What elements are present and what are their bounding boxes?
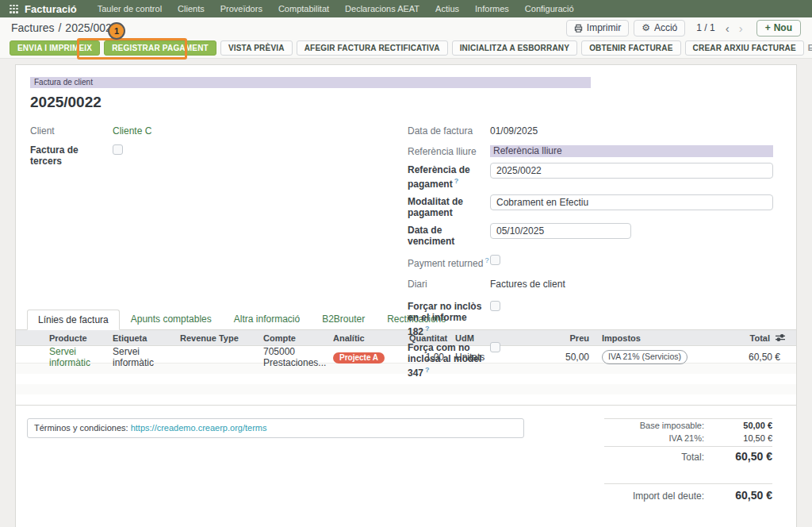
journal-value[interactable]: Factures de client — [490, 277, 565, 290]
nav-item-clients[interactable]: Clients — [170, 0, 213, 17]
pager-counter: 1 / 1 — [696, 22, 714, 33]
register-payment-button[interactable]: REGISTRAR PAGAMENT — [104, 40, 216, 56]
breadcrumb-separator: / — [58, 21, 61, 34]
total-label: Total: — [681, 452, 704, 463]
payment-mode-label: Modalitat de pagament — [408, 194, 490, 218]
create-facturae-button[interactable]: CREAR ARXIU FACTURAE — [685, 40, 804, 56]
status-bar: ESBORRANY PUBLICAT — [808, 40, 812, 56]
client-value[interactable]: Cliente C — [113, 124, 151, 137]
control-panel: Factures / 2025/0022 Imprimir ⚙ Acció 1 … — [0, 17, 812, 38]
gear-icon: ⚙ — [642, 23, 650, 33]
tab-other-info[interactable]: Altra informació — [223, 309, 311, 329]
cell-compte: 705000 Prestaciones... — [263, 346, 333, 368]
terms-input[interactable]: Términos y condiciones: https://creademo… — [27, 418, 524, 438]
nav-item-informes[interactable]: Informes — [467, 0, 517, 17]
col-analitic[interactable]: Analític — [333, 333, 409, 343]
plus-icon: + — [765, 22, 771, 33]
invoice-date-value[interactable]: 01/09/2025 — [490, 124, 538, 137]
nav-item-actius[interactable]: Actius — [427, 0, 467, 17]
breadcrumb: Factures / 2025/0022 — [11, 21, 118, 34]
total-value: 60,50 € — [715, 450, 772, 463]
base-amount-label: Base imposable: — [640, 421, 704, 430]
amount-due-label: Import del deute: — [633, 490, 704, 502]
sheet-footer: Términos y condiciones: https://creademo… — [16, 406, 796, 503]
payment-mode-input[interactable] — [490, 194, 773, 210]
base-amount-value: 50,00 € — [715, 421, 772, 430]
top-navbar: Facturació Tauler de control Clients Pro… — [0, 0, 812, 17]
col-revenue-type[interactable]: Revenue Type — [180, 333, 263, 343]
col-compte[interactable]: Compte — [263, 333, 333, 343]
col-etiqueta[interactable]: Etiqueta — [113, 333, 180, 343]
content-area: Factura de client 2025/0022 Client Clien… — [0, 59, 812, 527]
credit-note-button[interactable]: AFEGIR FACTURA RECTIFICATIVA — [297, 40, 448, 56]
get-facturae-button[interactable]: OBTENIR FACTURAE — [581, 40, 680, 56]
force-347-label: Força com no inclosa al model 347? — [408, 340, 490, 379]
third-party-checkbox[interactable] — [113, 144, 123, 155]
cell-producte[interactable]: Servei informàtic — [49, 346, 113, 368]
form-fields: Client Cliente C Factura de tercers Data… — [16, 111, 796, 310]
free-reference-field[interactable]: Referència lliure — [490, 145, 773, 157]
analytic-badge[interactable]: Projecte A — [333, 352, 385, 364]
help-icon[interactable]: ? — [425, 325, 430, 333]
action-button-bar: ENVIA I IMPRIMEIX REGISTRAR PAGAMENT VIS… — [0, 38, 812, 59]
cell-etiqueta: Servei informàtic — [113, 346, 180, 368]
pager-prev-icon[interactable]: ‹ — [723, 22, 732, 34]
document-type-banner: Factura de client — [30, 77, 591, 88]
breadcrumb-current: 2025/0022 — [65, 21, 117, 34]
nav-item-tauler[interactable]: Tauler de control — [90, 0, 170, 17]
due-date-label: Data de venciment — [408, 223, 490, 247]
invoice-number-title: 2025/0022 — [30, 94, 796, 111]
print-button[interactable]: Imprimir — [566, 20, 629, 37]
help-icon[interactable]: ? — [454, 177, 459, 185]
terms-link[interactable]: https://creademo.creaerp.org/terms — [131, 423, 267, 433]
invoice-date-label: Data de factura — [408, 124, 490, 137]
tab-invoice-lines[interactable]: Línies de factura — [27, 310, 120, 330]
due-date-input[interactable] — [490, 223, 631, 239]
payment-reference-input[interactable] — [490, 163, 773, 179]
action-button[interactable]: ⚙ Acció — [634, 20, 685, 37]
col-producte[interactable]: Producte — [49, 333, 113, 343]
payment-reference-label: Referència de pagament? — [408, 163, 490, 190]
third-party-label: Factura de tercers — [30, 143, 113, 167]
client-label: Client — [30, 124, 113, 137]
journal-label: Diari — [408, 277, 490, 290]
force-182-label: Forçar no inclòs en el informe 182? — [408, 299, 490, 337]
new-button[interactable]: + Nou — [756, 20, 801, 37]
payment-returned-label: Payment returned? — [408, 253, 490, 269]
payment-returned-checkbox[interactable] — [490, 255, 500, 265]
free-reference-label: Referència lliure — [408, 144, 490, 157]
nav-item-proveidors[interactable]: Proveïdors — [213, 0, 270, 17]
terms-label: Términos y condiciones: — [34, 423, 128, 433]
tab-journal-items[interactable]: Apunts comptables — [120, 309, 223, 329]
force-347-checkbox[interactable] — [490, 342, 500, 352]
apps-grid-icon[interactable] — [10, 5, 18, 13]
breadcrumb-parent[interactable]: Factures — [11, 21, 54, 34]
send-print-button[interactable]: ENVIA I IMPRIMEIX — [10, 40, 100, 56]
invoice-sheet: Factura de client 2025/0022 Client Clien… — [15, 64, 797, 527]
help-icon[interactable]: ? — [485, 256, 488, 264]
nav-item-comptabilitat[interactable]: Comptabilitat — [270, 0, 337, 17]
app-name[interactable]: Facturació — [25, 3, 77, 15]
pager-next-icon[interactable]: › — [737, 22, 745, 34]
printer-icon — [574, 24, 583, 33]
reset-to-draft-button[interactable]: INICIALITZA A ESBORRANY — [452, 40, 578, 56]
tax-totals: Base imposable: 50,00 € IVA 21%: 10,50 €… — [604, 418, 772, 503]
tax-amount-value: 10,50 € — [715, 433, 772, 443]
force-182-checkbox[interactable] — [490, 301, 500, 311]
tax-amount-label: IVA 21%: — [669, 433, 704, 443]
amount-due-value: 60,50 € — [715, 489, 772, 502]
help-icon[interactable]: ? — [425, 366, 430, 374]
nav-item-configuracio[interactable]: Configuració — [517, 0, 582, 17]
status-draft[interactable]: ESBORRANY — [808, 44, 812, 52]
preview-button[interactable]: VISTA PRÈVIA — [220, 40, 293, 56]
tab-b2brouter[interactable]: B2Brouter — [311, 309, 376, 329]
nav-item-declaracions-aeat[interactable]: Declaracions AEAT — [337, 0, 427, 17]
